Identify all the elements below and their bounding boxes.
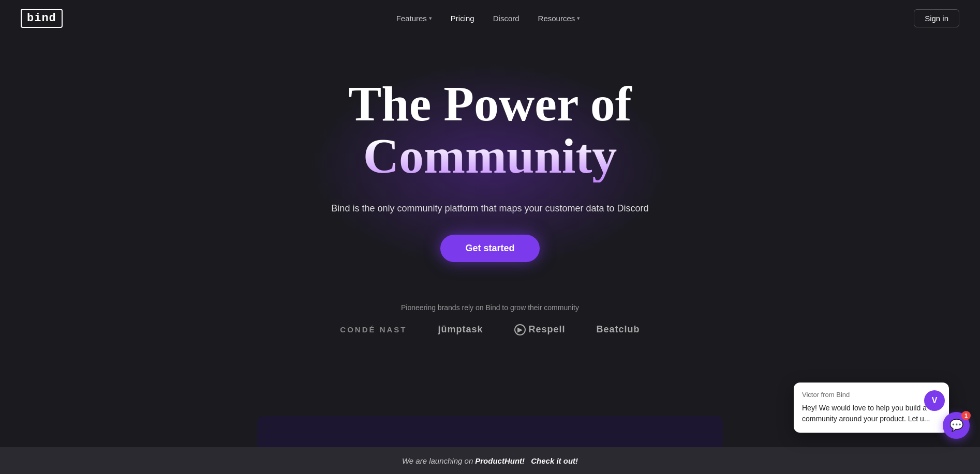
nav-features[interactable]: Features ▾: [396, 14, 432, 23]
nav-resources[interactable]: Resources ▾: [538, 14, 581, 23]
brand-conde-nast: CONDÉ NAST: [340, 325, 407, 334]
hero-subtitle: Bind is the only community platform that…: [331, 203, 648, 214]
nav-links: Features ▾ Pricing Discord Resources ▾: [396, 14, 581, 23]
hero-section: The Power of Community Bind is the only …: [0, 37, 980, 335]
brands-section: Pioneering brands rely on Bind to grow t…: [340, 303, 640, 335]
brands-label: Pioneering brands rely on Bind to grow t…: [401, 303, 579, 312]
chevron-down-icon: ▾: [577, 15, 580, 22]
brand-respell: ▶ Respell: [514, 324, 566, 335]
brand-beatclub: Beatclub: [597, 324, 640, 335]
chat-bubble-button[interactable]: 💬 1: [943, 412, 970, 439]
nav-pricing[interactable]: Pricing: [451, 14, 474, 23]
logo[interactable]: bind: [21, 12, 63, 25]
bottom-strip-decoration: [257, 416, 723, 447]
chat-message: Hey! We would love to help you build a c…: [802, 403, 941, 424]
chevron-down-icon: ▾: [429, 15, 432, 22]
chat-icon: 💬: [949, 419, 963, 432]
launch-banner: We are launching on ProductHunt! Check i…: [0, 447, 980, 474]
notification-badge: 1: [961, 411, 971, 420]
banner-text: We are launching on: [402, 456, 473, 465]
sign-in-button[interactable]: Sign in: [914, 9, 959, 27]
brand-jumptask: jūmptask: [438, 324, 483, 335]
brands-row: CONDÉ NAST jūmptask ▶ Respell Beatclub: [340, 324, 640, 335]
chat-popup: Victor from Bind Hey! We would love to h…: [794, 383, 949, 433]
hero-title: The Power of Community: [257, 78, 723, 182]
banner-link[interactable]: Check it out!: [531, 456, 578, 465]
respell-icon: ▶: [514, 324, 526, 335]
nav-discord[interactable]: Discord: [493, 14, 519, 23]
banner-separator: [527, 456, 529, 465]
chat-sender: Victor from Bind: [802, 391, 941, 399]
banner-highlight: ProductHunt!: [475, 456, 525, 465]
get-started-button[interactable]: Get started: [440, 235, 539, 262]
chat-avatar: V: [924, 390, 945, 411]
navbar: bind Features ▾ Pricing Discord Resource…: [0, 0, 980, 37]
